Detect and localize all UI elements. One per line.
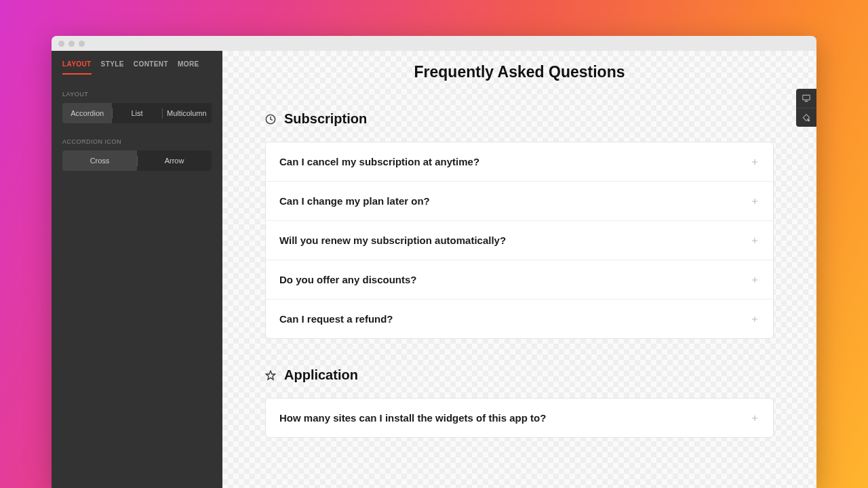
plus-icon — [750, 314, 760, 324]
faq-item[interactable]: Can I change my plan later on? — [266, 181, 773, 220]
faq-question: How many sites can I install the widgets… — [279, 412, 546, 424]
faq-accordion-card: How many sites can I install the widgets… — [265, 398, 774, 438]
layout-option-multicolumn[interactable]: Multicolumn — [162, 103, 212, 123]
window-minimize-dot[interactable] — [68, 41, 75, 47]
plus-icon — [750, 197, 760, 206]
icon-option-arrow[interactable]: Arrow — [137, 150, 212, 171]
settings-sidebar: LAYOUT STYLE CONTENT MORE LAYOUT Accordi… — [52, 51, 222, 488]
faq-question: Do you offer any discounts? — [279, 274, 417, 285]
faq-main-title: Frequently Asked Questions — [222, 63, 816, 81]
faq-item[interactable]: Can I cancel my subscription at anytime? — [266, 142, 773, 181]
plus-icon — [750, 275, 760, 285]
layout-section-label: LAYOUT — [62, 91, 212, 98]
faq-question: Can I request a refund? — [279, 313, 393, 325]
faq-category-header: Subscription — [265, 111, 774, 127]
faq-accordion-card: Can I cancel my subscription at anytime?… — [265, 142, 774, 339]
plus-icon — [750, 157, 760, 167]
accordion-icon-section-label: ACCORDION ICON — [62, 138, 212, 145]
preview-tools — [796, 89, 816, 127]
accordion-icon-segment: Cross Arrow — [62, 150, 212, 171]
clock-icon — [265, 114, 276, 125]
layout-option-accordion[interactable]: Accordion — [62, 103, 112, 123]
tab-layout[interactable]: LAYOUT — [62, 60, 92, 75]
faq-category-title: Application — [284, 367, 358, 383]
icon-option-cross[interactable]: Cross — [62, 150, 137, 171]
tab-more[interactable]: MORE — [178, 60, 199, 75]
faq-category-title: Subscription — [284, 111, 367, 127]
faq-category-header: Application — [265, 367, 774, 383]
faq-question: Will you renew my subscription automatic… — [279, 235, 506, 246]
layout-segment: Accordion List Multicolumn — [62, 103, 212, 123]
app-window: LAYOUT STYLE CONTENT MORE LAYOUT Accordi… — [52, 36, 816, 488]
plus-icon — [750, 236, 760, 245]
preview-canvas: Frequently Asked Questions Subscription … — [222, 51, 816, 488]
tab-content[interactable]: CONTENT — [134, 60, 168, 75]
window-titlebar — [52, 36, 816, 51]
faq-question: Can I change my plan later on? — [279, 195, 430, 207]
plus-icon — [750, 413, 760, 423]
settings-tabs: LAYOUT STYLE CONTENT MORE — [62, 60, 212, 75]
faq-category: Application How many sites can I install… — [265, 367, 774, 438]
color-tool-button[interactable] — [796, 108, 816, 127]
faq-item[interactable]: Can I request a refund? — [266, 299, 773, 338]
tab-style[interactable]: STYLE — [101, 60, 124, 75]
window-zoom-dot[interactable] — [79, 41, 85, 47]
faq-item[interactable]: How many sites can I install the widgets… — [266, 399, 773, 437]
star-icon — [265, 370, 276, 381]
faq-category: Subscription Can I cancel my subscriptio… — [265, 111, 774, 339]
svg-rect-1 — [803, 95, 810, 100]
faq-question: Can I cancel my subscription at anytime? — [279, 156, 479, 167]
layout-option-list[interactable]: List — [112, 103, 161, 123]
desktop-view-button[interactable] — [796, 89, 816, 108]
faq-item[interactable]: Will you renew my subscription automatic… — [266, 220, 773, 260]
window-close-dot[interactable] — [58, 41, 64, 47]
faq-item[interactable]: Do you offer any discounts? — [266, 260, 773, 299]
svg-point-2 — [808, 119, 809, 121]
